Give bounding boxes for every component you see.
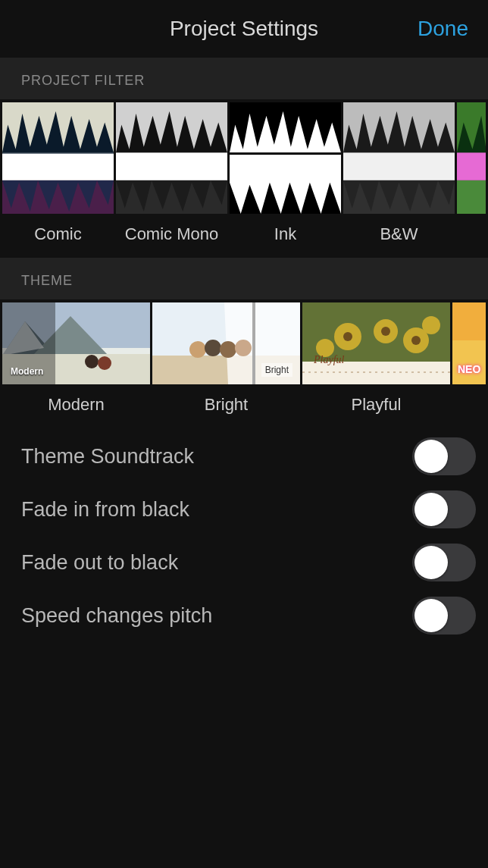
setting-row-fade-in: Fade in from black: [21, 483, 476, 536]
page-title: Project Settings: [170, 17, 318, 41]
filter-item-ink[interactable]: Ink: [230, 102, 341, 258]
svg-point-21: [85, 355, 99, 368]
settings-list: Theme Soundtrack Fade in from black Fade…: [0, 422, 488, 642]
toggle-speed-pitch[interactable]: [412, 597, 476, 635]
theme-label: Playful: [351, 384, 401, 422]
done-button[interactable]: Done: [418, 17, 468, 41]
svg-point-22: [98, 356, 111, 370]
theme-overlay-text: Bright: [261, 363, 292, 377]
theme-item-modern[interactable]: Modern Modern: [2, 302, 150, 422]
theme-item-bright[interactable]: Bright Bright: [152, 302, 300, 422]
theme-item-playful[interactable]: Playful Playful: [302, 302, 450, 422]
svg-rect-1: [2, 152, 114, 180]
setting-row-fade-out: Fade out to black: [21, 536, 476, 589]
svg-point-28: [205, 340, 221, 356]
filter-label: B&W: [380, 214, 418, 258]
section-header-theme: THEME: [0, 258, 488, 299]
theme-overlay-text: NEO: [454, 362, 484, 377]
header: Project Settings Done: [0, 0, 488, 58]
svg-rect-6: [116, 180, 227, 214]
setting-label: Theme Soundtrack: [21, 445, 194, 468]
filter-item-comic-mono[interactable]: Comic Mono: [116, 102, 227, 258]
theme-thumb: Playful: [302, 302, 450, 384]
toggle-fade-in[interactable]: [412, 490, 476, 528]
svg-rect-14: [457, 180, 486, 214]
setting-label: Speed changes pitch: [21, 604, 212, 628]
setting-row-theme-soundtrack: Theme Soundtrack: [21, 430, 476, 483]
svg-point-30: [235, 340, 252, 356]
theme-overlay-text: Modern: [7, 365, 47, 378]
filter-thumb: [343, 102, 455, 214]
svg-rect-11: [343, 180, 455, 214]
filter-item-next[interactable]: [457, 102, 486, 258]
filter-label: Comic Mono: [125, 214, 218, 258]
theme-thumb: Bright: [152, 302, 300, 384]
filter-item-bw[interactable]: B&W: [343, 102, 455, 258]
setting-label: Fade out to black: [21, 551, 178, 575]
filter-thumb: [230, 102, 341, 214]
svg-rect-3: [2, 152, 114, 153]
theme-thumb: Modern: [2, 302, 150, 384]
toggle-theme-soundtrack[interactable]: [412, 437, 476, 475]
section-header-filter: PROJECT FILTER: [0, 58, 488, 99]
svg-rect-13: [457, 152, 486, 180]
filter-label: Ink: [274, 214, 296, 258]
svg-rect-2: [2, 180, 114, 214]
theme-item-next[interactable]: NEO: [452, 302, 486, 422]
filter-thumb: [2, 102, 114, 214]
svg-rect-5: [116, 152, 227, 180]
svg-rect-31: [252, 302, 255, 384]
svg-rect-10: [343, 152, 455, 180]
svg-point-29: [220, 341, 236, 358]
svg-rect-8: [230, 152, 341, 155]
theme-label: Bright: [205, 384, 248, 422]
toggle-fade-out[interactable]: [412, 544, 476, 581]
setting-label: Fade in from black: [21, 498, 189, 522]
filter-thumb: [116, 102, 227, 214]
setting-row-speed-pitch: Speed changes pitch: [21, 589, 476, 642]
theme-overlay-text: Playful: [310, 353, 348, 368]
theme-thumb: NEO: [452, 302, 486, 384]
filter-item-comic[interactable]: Comic: [2, 102, 114, 258]
svg-point-27: [189, 341, 206, 358]
filter-thumb: [457, 102, 486, 214]
filter-label: Comic: [34, 214, 81, 258]
filter-strip[interactable]: Comic Comic Mono Ink: [0, 99, 488, 258]
theme-label: Modern: [48, 384, 105, 422]
svg-rect-45: [452, 302, 486, 340]
theme-strip[interactable]: Modern Modern Bright Bright: [0, 299, 488, 422]
